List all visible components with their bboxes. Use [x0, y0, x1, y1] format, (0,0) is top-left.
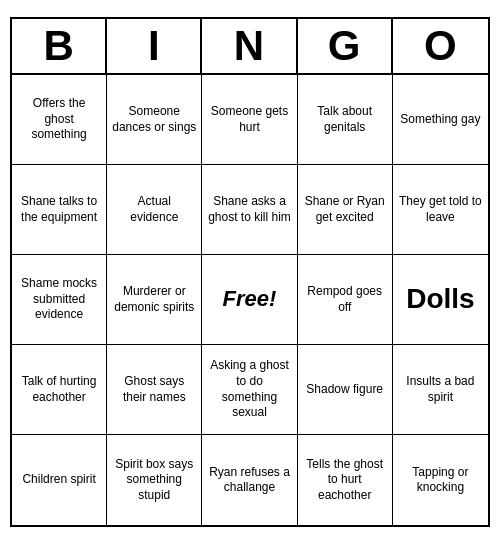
bingo-cell-11: Murderer or demonic spirits [107, 255, 202, 345]
bingo-letter-g: G [298, 19, 393, 73]
bingo-cell-5: Shane talks to the equipment [12, 165, 107, 255]
bingo-cell-22: Ryan refuses a challange [202, 435, 297, 525]
bingo-cell-17: Asking a ghost to do something sexual [202, 345, 297, 435]
bingo-letter-o: O [393, 19, 488, 73]
bingo-cell-23: Tells the ghost to hurt eachother [298, 435, 393, 525]
bingo-cell-21: Spirit box says something stupid [107, 435, 202, 525]
bingo-cell-10: Shame mocks submitted evidence [12, 255, 107, 345]
bingo-cell-2: Someone gets hurt [202, 75, 297, 165]
bingo-letter-n: N [202, 19, 297, 73]
bingo-cell-13: Rempod goes off [298, 255, 393, 345]
bingo-cell-15: Talk of hurting eachother [12, 345, 107, 435]
bingo-cell-0: Offers the ghost something [12, 75, 107, 165]
bingo-cell-18: Shadow figure [298, 345, 393, 435]
bingo-card: BINGO Offers the ghost somethingSomeone … [10, 17, 490, 527]
bingo-cell-7: Shane asks a ghost to kill him [202, 165, 297, 255]
bingo-cell-14: Dolls [393, 255, 488, 345]
bingo-cell-6: Actual evidence [107, 165, 202, 255]
bingo-grid: Offers the ghost somethingSomeone dances… [12, 75, 488, 525]
bingo-cell-1: Someone dances or sings [107, 75, 202, 165]
bingo-cell-9: They get told to leave [393, 165, 488, 255]
bingo-letter-b: B [12, 19, 107, 73]
bingo-cell-24: Tapping or knocking [393, 435, 488, 525]
bingo-cell-16: Ghost says their names [107, 345, 202, 435]
bingo-cell-12: Free! [202, 255, 297, 345]
bingo-cell-4: Something gay [393, 75, 488, 165]
bingo-cell-8: Shane or Ryan get excited [298, 165, 393, 255]
bingo-letter-i: I [107, 19, 202, 73]
bingo-header: BINGO [12, 19, 488, 75]
bingo-cell-3: Talk about genitals [298, 75, 393, 165]
bingo-cell-19: Insults a bad spirit [393, 345, 488, 435]
bingo-cell-20: Children spirit [12, 435, 107, 525]
